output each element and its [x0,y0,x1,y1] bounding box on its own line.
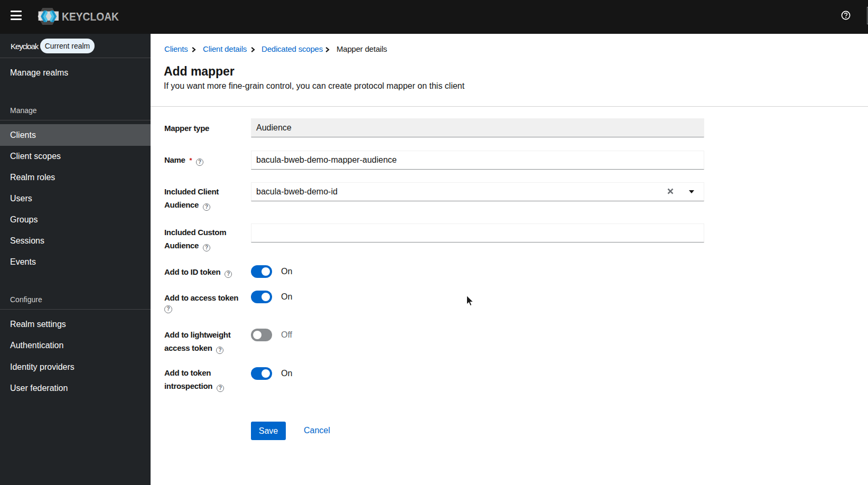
svg-text:KEYCLOAK: KEYCLOAK [62,10,119,23]
